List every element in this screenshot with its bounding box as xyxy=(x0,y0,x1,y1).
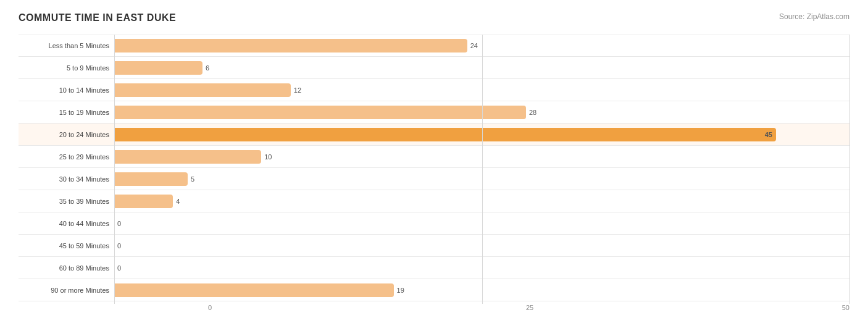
x-axis-label: 25 xyxy=(526,304,533,311)
bar xyxy=(114,61,202,75)
bar-container: 4 xyxy=(114,190,849,212)
bar xyxy=(114,195,173,208)
source-text: Source: ZipAtlas.com xyxy=(779,12,849,21)
x-axis-label: 50 xyxy=(842,304,849,311)
bar-row: 40 to 44 Minutes0 xyxy=(19,212,849,235)
x-axis: 02550 xyxy=(210,304,849,316)
bar-label: 10 to 14 Minutes xyxy=(19,86,114,94)
bar-value-label: 28 xyxy=(529,109,536,116)
bar-label: 15 to 19 Minutes xyxy=(19,109,114,116)
bar-value-label: 12 xyxy=(294,86,301,94)
bar-label: 45 to 59 Minutes xyxy=(19,242,114,250)
bar-container: 12 xyxy=(114,79,849,101)
bar-value-label: 0 xyxy=(117,242,121,250)
chart-area: Less than 5 Minutes245 to 9 Minutes610 t… xyxy=(19,35,849,316)
bar-label: 40 to 44 Minutes xyxy=(19,220,114,227)
bar-label: 30 to 34 Minutes xyxy=(19,175,114,183)
bar-row: 90 or more Minutes19 xyxy=(19,279,849,301)
bar-value-label: 0 xyxy=(117,220,121,227)
bar-row: Less than 5 Minutes24 xyxy=(19,35,849,57)
bar-container: 0 xyxy=(114,212,849,234)
bar-label: 5 to 9 Minutes xyxy=(19,64,114,72)
chart-title: COMMUTE TIME IN EAST DUKE xyxy=(19,12,176,23)
bar-value-label: 6 xyxy=(206,64,209,72)
header-row: COMMUTE TIME IN EAST DUKE Source: ZipAtl… xyxy=(19,12,849,23)
bar-container: 10 xyxy=(114,146,849,167)
bar-label: 35 to 39 Minutes xyxy=(19,198,114,205)
bar xyxy=(114,83,291,97)
bar-row: 35 to 39 Minutes4 xyxy=(19,190,849,212)
bar-container: 6 xyxy=(114,57,849,78)
bar-label: 20 to 24 Minutes xyxy=(19,131,114,138)
page-container: COMMUTE TIME IN EAST DUKE Source: ZipAtl… xyxy=(19,12,849,316)
grid-line xyxy=(849,35,850,304)
bar-container: 0 xyxy=(114,257,849,279)
bar-container: 28 xyxy=(114,101,849,123)
bar xyxy=(114,172,188,186)
bar-label: Less than 5 Minutes xyxy=(19,42,114,49)
bar-container: 24 xyxy=(114,35,849,56)
bar xyxy=(114,283,394,297)
bar-value-label: 24 xyxy=(470,42,478,49)
bar-value-label: 45 xyxy=(765,131,772,138)
bar-container: 19 xyxy=(114,279,849,301)
bar-row: 5 to 9 Minutes6 xyxy=(19,57,849,79)
bar-value-label: 0 xyxy=(117,264,121,272)
bar xyxy=(114,150,261,164)
bar-value-label: 19 xyxy=(397,287,404,294)
bar xyxy=(114,106,526,119)
bar-row: 15 to 19 Minutes28 xyxy=(19,101,849,124)
bar-container: 5 xyxy=(114,168,849,190)
bar-container: 0 xyxy=(114,235,849,256)
bar-value-label: 5 xyxy=(191,175,194,183)
bar-label: 60 to 89 Minutes xyxy=(19,264,114,272)
bar-row: 20 to 24 Minutes45 xyxy=(19,124,849,146)
bar-label: 25 to 29 Minutes xyxy=(19,153,114,161)
bar xyxy=(114,39,467,52)
bar-row: 25 to 29 Minutes10 xyxy=(19,146,849,168)
bar: 45 xyxy=(114,128,776,141)
bar-row: 30 to 34 Minutes5 xyxy=(19,168,849,190)
x-axis-row: 02550 xyxy=(19,301,849,316)
bar-value-label: 10 xyxy=(264,153,272,161)
bar-container: 45 xyxy=(114,124,849,145)
bars-wrapper: Less than 5 Minutes245 to 9 Minutes610 t… xyxy=(19,35,849,301)
bar-label: 90 or more Minutes xyxy=(19,287,114,294)
bar-row: 60 to 89 Minutes0 xyxy=(19,257,849,279)
bar-row: 45 to 59 Minutes0 xyxy=(19,235,849,257)
bar-row: 10 to 14 Minutes12 xyxy=(19,79,849,101)
x-axis-label: 0 xyxy=(208,304,212,311)
bar-value-label: 4 xyxy=(176,198,180,205)
